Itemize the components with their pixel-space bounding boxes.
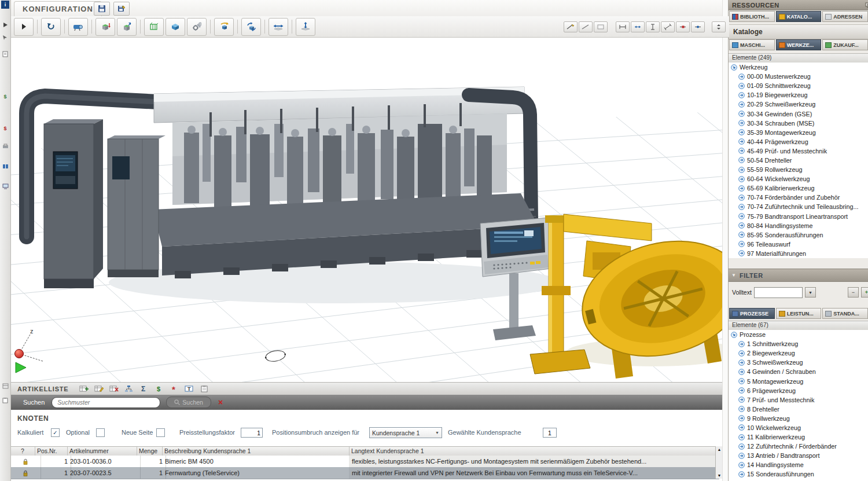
configuration-tab[interactable]: KONFIGURATION	[14, 1, 102, 16]
cursor-icon[interactable]	[1, 34, 9, 42]
col-artikelnummer[interactable]: Artikelnummer	[67, 447, 137, 456]
col-posnr[interactable]: Pos.Nr.	[35, 447, 68, 456]
tree-item[interactable]: 11 Kalibrierwerkzeug	[729, 432, 868, 442]
tree-item[interactable]: 30-34 Gewinden (GSE)	[729, 109, 868, 118]
save-as-button[interactable]	[113, 2, 130, 16]
insert-component-alt-button[interactable]	[117, 18, 137, 36]
run-button[interactable]	[14, 18, 34, 36]
tree-item[interactable]: 1 Schnittwerkzeug	[729, 339, 868, 348]
tree-item[interactable]: 6 Prägewerkzeug	[729, 386, 868, 395]
tree-item[interactable]: 30-34 Schrauben (MSE)	[729, 119, 868, 128]
filter-options-button[interactable]: ▼	[805, 287, 816, 298]
undo-button[interactable]	[41, 18, 61, 36]
measure-vertical-button[interactable]	[646, 21, 660, 32]
tree-item[interactable]: 80-84 Handlingsysteme	[729, 221, 868, 230]
asterisk-button[interactable]: *	[168, 384, 180, 394]
tree-item[interactable]: 01-09 Schnittwerkzeug	[729, 81, 868, 90]
tree-item[interactable]: 40-44 Prägewerkzeug	[729, 137, 868, 146]
note-icon[interactable]	[1, 50, 9, 58]
tree-item[interactable]: 50-54 Drehteller	[729, 156, 868, 165]
measure-horizontal-button[interactable]	[616, 21, 630, 32]
search-input[interactable]	[52, 397, 160, 408]
tree-item[interactable]: 75-79 Bandtransport Lineartransport	[729, 212, 868, 221]
kalkuliert-checkbox[interactable]: ✓	[51, 428, 60, 437]
draw-dimension-button[interactable]	[564, 21, 578, 32]
tree-item[interactable]: 70-74 Förderbänder und Zubehör	[729, 193, 868, 202]
tree-item[interactable]: 9 Rollwerkzeug	[729, 414, 868, 423]
tree-item[interactable]: 12 Zuführtechnik / Förderbänder	[729, 442, 868, 451]
tree-item[interactable]: 55-59 Rollwerkzeug	[729, 165, 868, 174]
run-small-icon[interactable]	[1, 21, 9, 29]
optional-checkbox[interactable]	[96, 428, 105, 437]
sum-button[interactable]: Σ	[138, 384, 150, 394]
tree-item[interactable]: 3 Schweißwerkzeug	[729, 358, 868, 367]
filter-remove-button[interactable]: −	[848, 287, 859, 298]
tree-item[interactable]: 10 Wickelwerkzeug	[729, 423, 868, 432]
move-horizontal-button[interactable]	[269, 18, 288, 36]
tab-standard[interactable]: STANDA...	[822, 308, 868, 319]
col-langtext[interactable]: Langtext Kundensprache 1	[349, 447, 716, 456]
tree-item[interactable]: 00-00 Musterwerkzeug	[729, 72, 868, 81]
insert-component-button[interactable]	[95, 18, 115, 36]
tab-kataloge[interactable]: KATALO...	[776, 11, 822, 22]
save-button[interactable]	[94, 2, 110, 16]
rotate-component-button[interactable]	[214, 18, 234, 36]
tree-item[interactable]: 60-64 Wickelwerkzeug	[729, 174, 868, 183]
col-status[interactable]: ?	[10, 447, 35, 456]
col-menge[interactable]: Menge	[137, 447, 163, 456]
tree-item[interactable]: 13 Antrieb / Bandtransport	[729, 451, 868, 460]
wireframe-view-button[interactable]	[144, 18, 164, 36]
tab-leistungen[interactable]: LEISTUN...	[776, 308, 822, 319]
tab-adressen[interactable]: ADRESSEN	[822, 11, 868, 22]
currency-button[interactable]: $	[153, 384, 165, 394]
tree-item[interactable]: 45-49 Prüf- und Messtechnik	[729, 146, 868, 156]
tree-item[interactable]: 20-29 Schweißwerkzeug	[729, 100, 868, 109]
beamer-view-button[interactable]	[68, 18, 88, 36]
table-row[interactable]: 1 203-01-0036.0 1 Bimeric BM 4500 flexib…	[10, 456, 715, 467]
draw-area-button[interactable]	[594, 21, 608, 32]
tab-werkzeuge[interactable]: WERKZE...	[776, 39, 822, 50]
preisstellungsfaktor-input[interactable]	[241, 428, 263, 438]
tools-button[interactable]	[187, 18, 207, 36]
tree-item[interactable]: 96 Teileauswurf	[729, 240, 868, 249]
tree-item[interactable]: 70-74 Zuführtechnik und Teileausbring...	[729, 202, 868, 211]
clipboard-icon[interactable]	[1, 396, 9, 404]
printer-icon[interactable]	[1, 142, 9, 150]
collapse-panel-button[interactable]	[712, 21, 726, 32]
clipboard-button[interactable]	[198, 384, 210, 394]
tree-item[interactable]: 35-39 Montagewerkzeug	[729, 128, 868, 137]
table-row-selected[interactable]: 1 203-07-0023.5 1 Fernwartung (TeleServi…	[10, 467, 715, 479]
col-beschreibung[interactable]: Beschreibung Kundensprache 1	[162, 447, 350, 456]
tree-root-prozesse[interactable]: Prozesse	[729, 330, 868, 339]
rotate-free-button[interactable]	[241, 18, 261, 36]
table-edit-button[interactable]	[93, 384, 105, 394]
move-vertical-button[interactable]	[296, 18, 315, 36]
tab-zukauf[interactable]: ZUKAUF...	[822, 39, 868, 50]
tree-item[interactable]: 8 Drehteller	[729, 405, 868, 414]
volltext-input[interactable]	[754, 287, 803, 298]
tree-root-werkzeug[interactable]: Werkzeug	[729, 63, 868, 72]
tree-item[interactable]: 15 Sonderausführungen	[729, 469, 868, 479]
tree-item[interactable]: 65-69 Kalibrierwerkzeug	[729, 183, 868, 193]
search-button[interactable]: Suchen	[166, 396, 211, 408]
tab-maschinen[interactable]: MASCHI...	[729, 39, 775, 50]
tab-prozesse[interactable]: PROZESSE	[729, 308, 775, 319]
tab-bibliothek[interactable]: BIBLIOTH...	[729, 11, 775, 22]
tree-item[interactable]: 4 Gewinden / Schrauben	[729, 367, 868, 376]
dollar-icon[interactable]: $	[1, 93, 9, 101]
structure-button[interactable]	[123, 384, 135, 394]
tree-item[interactable]: 14 Handlingsysteme	[729, 460, 868, 469]
monitor-icon[interactable]	[1, 182, 9, 190]
dollar-red-icon[interactable]: $	[1, 124, 9, 133]
textfield-button[interactable]: T	[183, 384, 195, 394]
table-delete-button[interactable]	[108, 384, 120, 394]
collapse-section-icon[interactable]: ▼	[731, 273, 736, 278]
panel-icon[interactable]	[1, 382, 9, 390]
measure-arrows-button[interactable]	[631, 21, 645, 32]
kundensprache-select[interactable]: Kundensprache 1 ▼	[369, 427, 442, 438]
tree-item[interactable]: 97 Materialführungen	[729, 249, 868, 258]
draw-line-button[interactable]	[579, 21, 593, 32]
tree-item[interactable]: 5 Montagewerkzeug	[729, 376, 868, 385]
tree-item[interactable]: 7 Prüf- und Messtechnik	[729, 395, 868, 405]
3d-viewport[interactable]: z	[10, 37, 722, 382]
